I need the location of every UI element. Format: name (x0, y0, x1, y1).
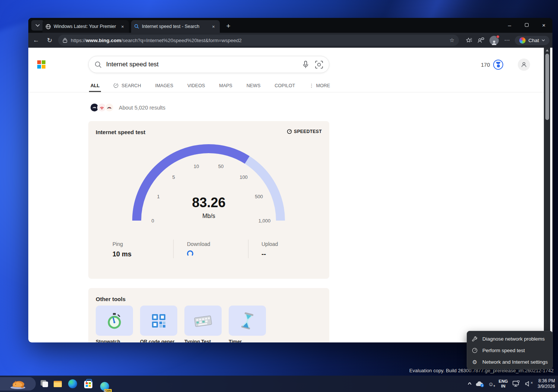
folder-icon (54, 381, 62, 387)
favorites-icon[interactable] (466, 37, 472, 44)
tool-tiles (96, 306, 266, 336)
onedrive-icon[interactable]: i (476, 381, 483, 386)
nav-divider (28, 92, 552, 92)
profile-avatar[interactable] (489, 36, 499, 45)
gauge-tick: 100 (240, 174, 248, 180)
menu-item-network-settings[interactable]: ⚙ Network and Internet settings (467, 356, 552, 368)
tab-all[interactable]: ALL (91, 83, 99, 92)
file-explorer-button[interactable] (52, 378, 63, 389)
volume-muted-icon[interactable]: × (525, 381, 533, 386)
tool-label[interactable]: Stopwatch (96, 339, 133, 342)
rewards-counter[interactable]: 170 (481, 60, 503, 70)
network-tray-icon[interactable] (513, 380, 520, 387)
tab-title: Windows Latest: Your Premier Sou (54, 24, 117, 29)
tab-news[interactable]: NEWS (247, 83, 261, 92)
desktop: Windows Latest: Your Premier Sou × Inter… (0, 0, 558, 392)
favorite-star-icon[interactable]: ☆ (450, 37, 454, 44)
search-box[interactable] (88, 56, 329, 73)
url-path: /search?q=Internet%20speed%20test&form=w… (121, 38, 241, 43)
url-scheme: https:// (71, 38, 86, 43)
new-tab-button[interactable]: + (223, 21, 233, 31)
visual-search-icon[interactable] (315, 61, 323, 69)
minimize-button[interactable]: – (501, 18, 518, 32)
tab-search-button[interactable] (31, 20, 44, 31)
address-bar[interactable]: https://www.bing.com/search?q=Internet%2… (58, 35, 459, 46)
taskbar-clock[interactable]: 8:36 PM 3/9/2026 (538, 378, 555, 389)
tray-date: 3/9/2026 (538, 384, 555, 389)
qr-code-icon (150, 313, 167, 329)
refresh-button[interactable]: ↻ (44, 35, 55, 46)
system-tray: ^ i ☺+ ENG IN × 8:36 PM 3/9/2026 (468, 376, 555, 392)
tab-videos[interactable]: VIDEOS (187, 83, 205, 92)
taskbar: CAN ^ i ☺+ ENG IN × 8:36 (0, 376, 558, 392)
gear-icon: ⚙ (472, 359, 478, 366)
results-count: About 5,020 results (119, 105, 165, 111)
edge-canary-button[interactable]: CAN (99, 381, 110, 392)
scroll-up-arrow[interactable] (546, 49, 549, 51)
chat-button[interactable]: Chat (515, 36, 549, 45)
emoji-tray-icon[interactable]: ☺+ (488, 381, 494, 387)
language-indicator[interactable]: ENG IN (499, 379, 508, 389)
edge-button[interactable] (67, 378, 78, 389)
tab-more[interactable]: ⋮MORE (309, 83, 330, 92)
maximize-button[interactable] (518, 18, 535, 32)
running-indicator (104, 391, 106, 392)
tab-title: Internet speed test - Search (142, 24, 207, 29)
bing-page: 170 ALL SEARCH IMAGES VIDEOS MAPS NEWS C… (28, 48, 552, 342)
copilot-search-icon (114, 83, 119, 88)
collections-icon[interactable] (478, 37, 484, 43)
tool-labels: Stopwatch QR code gener Typing Test Time… (96, 339, 266, 342)
bing-search-icon (134, 24, 139, 29)
store-button[interactable] (83, 378, 94, 389)
wrench-icon (472, 336, 478, 342)
stopwatch-tile[interactable] (96, 306, 133, 336)
store-icon (84, 381, 92, 388)
stopwatch-icon (107, 312, 122, 329)
account-button[interactable] (518, 59, 530, 71)
other-tools-title: Other tools (96, 296, 126, 302)
menu-item-diagnose[interactable]: Diagnose network problems (467, 333, 552, 345)
timer-tile[interactable] (229, 306, 266, 336)
tab-strip: Windows Latest: Your Premier Sou × Inter… (28, 18, 552, 33)
speed-test-card: Internet speed test SPEEDTEST 0151050100… (88, 121, 329, 279)
ping-value: 10 ms (112, 250, 173, 258)
microsoft-logo[interactable] (37, 60, 45, 69)
upload-value: -- (261, 250, 329, 258)
serp-nav: ALL SEARCH IMAGES VIDEOS MAPS NEWS COPIL… (91, 80, 344, 92)
tray-overflow-chevron[interactable]: ^ (467, 381, 472, 387)
notification-dot (496, 35, 500, 38)
rewards-points: 170 (481, 62, 490, 68)
tab-close-icon[interactable]: × (210, 23, 217, 30)
typing-test-tile[interactable] (184, 306, 222, 336)
close-button[interactable]: × (535, 18, 552, 32)
task-view-button[interactable] (39, 378, 50, 389)
start-fox-button[interactable] (0, 377, 36, 391)
download-spinner (187, 250, 193, 257)
tab-speed-test-active[interactable]: Internet speed test - Search × (131, 20, 220, 33)
tool-label[interactable]: Typing Test (184, 339, 222, 342)
other-tools-card: Other tools Stopwatch (88, 288, 329, 342)
scrollbar[interactable] (544, 48, 550, 342)
tool-label[interactable]: QR code gener (140, 339, 177, 342)
menu-item-speed-test[interactable]: Perform speed test (467, 345, 552, 356)
more-menu-icon[interactable]: ⋯ (504, 37, 510, 44)
tab-windows-latest[interactable]: Windows Latest: Your Premier Sou × (42, 20, 129, 33)
search-input[interactable] (106, 61, 303, 68)
tool-label[interactable]: Timer (229, 339, 266, 342)
tab-close-icon[interactable]: × (119, 23, 126, 30)
tab-copilot[interactable]: COPILOT (275, 83, 295, 92)
speedtest-brand[interactable]: SPEEDTEST (287, 129, 322, 134)
qr-code-tile[interactable] (140, 306, 177, 336)
rewards-medal-icon (493, 60, 503, 70)
person-icon (521, 61, 527, 68)
scrollbar-thumb[interactable] (545, 54, 549, 120)
edge-icon (68, 379, 77, 388)
gauge-tick: 10 (194, 164, 199, 169)
ping-stat: Ping 10 ms (88, 240, 173, 258)
tab-images[interactable]: IMAGES (155, 83, 173, 92)
tab-search[interactable]: SEARCH (114, 83, 141, 92)
browser-toolbar: ← ↻ https://www.bing.com/search?q=Intern… (28, 33, 552, 48)
microphone-icon[interactable] (303, 61, 308, 69)
tab-maps[interactable]: MAPS (219, 83, 232, 92)
back-button[interactable]: ← (31, 35, 42, 46)
